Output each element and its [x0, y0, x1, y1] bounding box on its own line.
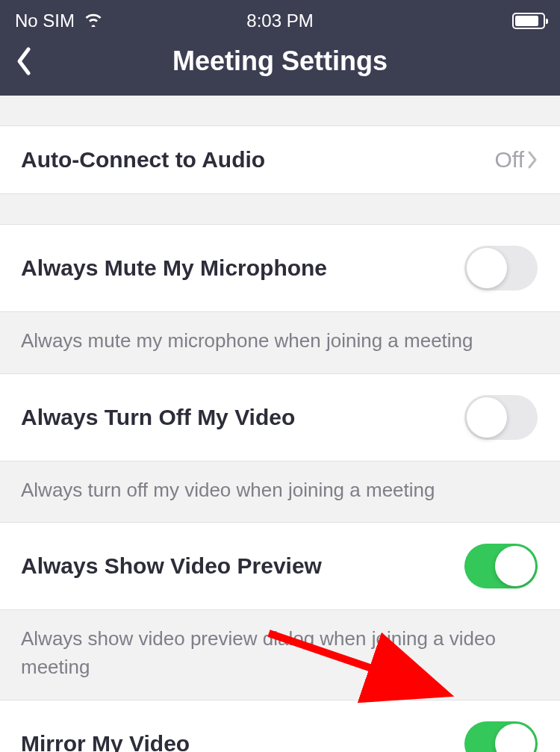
always-mute-mic-row: Always Mute My Microphone — [0, 224, 560, 312]
status-time: 8:03 PM — [246, 10, 313, 31]
auto-connect-audio-row[interactable]: Auto-Connect to Audio Off — [0, 125, 560, 194]
auto-connect-audio-value: Off — [495, 147, 524, 173]
always-turn-off-video-toggle[interactable] — [464, 395, 538, 440]
always-mute-mic-label: Always Mute My Microphone — [21, 255, 327, 281]
always-turn-off-video-row: Always Turn Off My Video — [0, 373, 560, 462]
always-mute-mic-description: Always mute my microphone when joining a… — [0, 312, 560, 373]
auto-connect-audio-right: Off — [495, 147, 538, 173]
mirror-my-video-toggle[interactable] — [464, 721, 538, 752]
back-button[interactable] — [15, 46, 33, 76]
always-turn-off-video-description: Always turn off my video when joining a … — [0, 462, 560, 523]
always-mute-mic-toggle[interactable] — [464, 246, 538, 290]
carrier-text: No SIM — [15, 10, 75, 31]
always-show-preview-label: Always Show Video Preview — [21, 553, 322, 579]
auto-connect-audio-label: Auto-Connect to Audio — [21, 147, 265, 173]
header: No SIM 8:03 PM Meeting Settings — [0, 0, 560, 96]
nav-bar: Meeting Settings — [0, 33, 560, 96]
status-right — [512, 13, 545, 29]
always-turn-off-video-label: Always Turn Off My Video — [21, 405, 295, 430]
status-left: No SIM — [15, 10, 103, 31]
mirror-my-video-row: Mirror My Video — [0, 700, 560, 752]
status-bar: No SIM 8:03 PM — [0, 6, 560, 33]
always-show-preview-toggle[interactable] — [464, 544, 538, 588]
settings-list: Auto-Connect to Audio Off Always Mute My… — [0, 96, 560, 752]
chevron-right-icon — [527, 150, 538, 170]
page-title: Meeting Settings — [172, 46, 388, 77]
battery-icon — [512, 13, 545, 29]
always-show-preview-row: Always Show Video Preview — [0, 522, 560, 610]
wifi-icon — [84, 12, 103, 30]
chevron-left-icon — [15, 46, 33, 76]
mirror-my-video-label: Mirror My Video — [21, 731, 190, 752]
always-show-preview-description: Always show video preview dialog when jo… — [0, 610, 560, 699]
